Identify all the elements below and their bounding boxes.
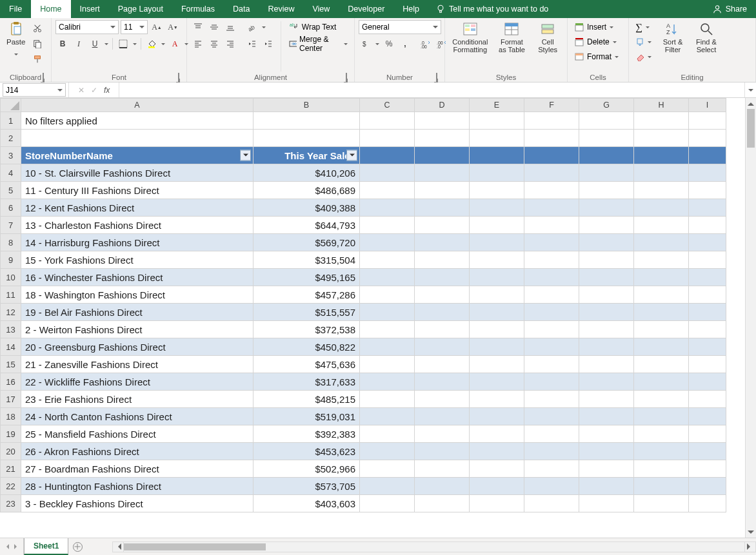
- cell-B20[interactable]: $453,623: [254, 443, 360, 460]
- ribbon-tab-page-layout[interactable]: Page Layout: [109, 0, 172, 18]
- new-sheet-button[interactable]: [68, 538, 86, 555]
- scroll-thumb[interactable]: [747, 109, 755, 148]
- increase-indent-button[interactable]: [261, 37, 275, 51]
- enter-formula-button[interactable]: ✓: [91, 86, 97, 95]
- cell-E7[interactable]: [470, 217, 524, 234]
- cell-C5[interactable]: [360, 182, 415, 199]
- border-dropdown[interactable]: [132, 37, 137, 51]
- cell-D11[interactable]: [415, 286, 470, 304]
- ribbon-tab-review[interactable]: Review: [259, 0, 303, 18]
- cell-H19[interactable]: [634, 425, 689, 443]
- cell-E17[interactable]: [470, 391, 524, 408]
- cell-G13[interactable]: [579, 321, 634, 338]
- fill-dropdown[interactable]: [161, 37, 166, 51]
- cell-D6[interactable]: [415, 199, 470, 217]
- scroll-right-arrow[interactable]: [744, 542, 755, 552]
- cell-A17[interactable]: 23 - Erie Fashions Direct: [21, 391, 254, 408]
- cell-B6[interactable]: $409,388: [254, 199, 360, 217]
- cell-B23[interactable]: $403,603: [254, 495, 360, 512]
- cell-C22[interactable]: [360, 478, 415, 495]
- cell-E14[interactable]: [470, 338, 524, 356]
- cell-G11[interactable]: [579, 286, 634, 304]
- comma-button[interactable]: ,: [398, 37, 412, 51]
- cell-D20[interactable]: [415, 443, 470, 460]
- align-right-button[interactable]: [223, 37, 237, 51]
- insert-dd[interactable]: [609, 20, 614, 34]
- clipboard-launcher[interactable]: [39, 73, 47, 81]
- cell-G10[interactable]: [579, 269, 634, 286]
- cell-C7[interactable]: [360, 217, 415, 234]
- wrap-text-button[interactable]: abWrap Text: [286, 20, 350, 34]
- scroll-up-arrow[interactable]: [746, 98, 756, 109]
- cell-F23[interactable]: [524, 495, 579, 512]
- cell-D2[interactable]: [415, 130, 470, 147]
- ribbon-tab-home[interactable]: Home: [31, 0, 70, 18]
- cell-B8[interactable]: $569,720: [254, 234, 360, 251]
- tell-me[interactable]: Tell me what you want to do: [428, 0, 556, 18]
- cell-E16[interactable]: [470, 373, 524, 391]
- cell-C16[interactable]: [360, 373, 415, 391]
- cell-B18[interactable]: $519,031: [254, 408, 360, 425]
- col-header-B[interactable]: B: [254, 99, 360, 112]
- cell-B13[interactable]: $372,538: [254, 321, 360, 338]
- cell-I1[interactable]: [689, 112, 726, 130]
- fill-button[interactable]: [633, 35, 655, 49]
- cell-H14[interactable]: [634, 338, 689, 356]
- cell-C3[interactable]: [360, 147, 415, 164]
- ribbon-tab-help[interactable]: Help: [393, 0, 428, 18]
- cell-E18[interactable]: [470, 408, 524, 425]
- cell-I20[interactable]: [689, 443, 726, 460]
- cell-H22[interactable]: [634, 478, 689, 495]
- cell-H11[interactable]: [634, 286, 689, 304]
- row-header-1[interactable]: 1: [1, 112, 21, 130]
- cell-A23[interactable]: 3 - Beckley Fashions Direct: [21, 495, 254, 512]
- cell-C13[interactable]: [360, 321, 415, 338]
- cell-G12[interactable]: [579, 304, 634, 321]
- row-header-13[interactable]: 13: [1, 321, 21, 338]
- cell-H9[interactable]: [634, 251, 689, 269]
- merge-dd[interactable]: [344, 37, 348, 51]
- row-header-15[interactable]: 15: [1, 356, 21, 373]
- paste-button[interactable]: Paste: [4, 20, 28, 63]
- ribbon-tab-developer[interactable]: Developer: [339, 0, 393, 18]
- cell-E9[interactable]: [470, 251, 524, 269]
- cell-B14[interactable]: $450,822: [254, 338, 360, 356]
- cell-E1[interactable]: [470, 112, 524, 130]
- cell-E10[interactable]: [470, 269, 524, 286]
- row-header-9[interactable]: 9: [1, 251, 21, 269]
- merge-center-button[interactable]: Merge & Center: [286, 37, 350, 51]
- cell-F1[interactable]: [524, 112, 579, 130]
- cell-I5[interactable]: [689, 182, 726, 199]
- cell-I18[interactable]: [689, 408, 726, 425]
- cell-I6[interactable]: [689, 199, 726, 217]
- cell-I13[interactable]: [689, 321, 726, 338]
- cell-G2[interactable]: [579, 130, 634, 147]
- scroll-down-arrow[interactable]: [746, 527, 756, 538]
- row-header-5[interactable]: 5: [1, 182, 21, 199]
- cell-G19[interactable]: [579, 425, 634, 443]
- cell-H23[interactable]: [634, 495, 689, 512]
- cell-B21[interactable]: $502,966: [254, 460, 360, 478]
- cell-C11[interactable]: [360, 286, 415, 304]
- cell-B2[interactable]: [254, 130, 360, 147]
- share-button[interactable]: Share: [704, 0, 756, 18]
- cell-D16[interactable]: [415, 373, 470, 391]
- cell-I2[interactable]: [689, 130, 726, 147]
- cell-B5[interactable]: $486,689: [254, 182, 360, 199]
- increase-font-button[interactable]: A▲: [150, 20, 164, 34]
- ribbon-tab-data[interactable]: Data: [224, 0, 259, 18]
- cell-I19[interactable]: [689, 425, 726, 443]
- border-button[interactable]: [116, 37, 130, 51]
- cell-H10[interactable]: [634, 269, 689, 286]
- cell-D8[interactable]: [415, 234, 470, 251]
- cell-H21[interactable]: [634, 460, 689, 478]
- horizontal-scrollbar[interactable]: [112, 541, 756, 552]
- cell-A4[interactable]: 10 - St. Clairsville Fashions Direct: [21, 164, 254, 182]
- filter-button[interactable]: [240, 150, 251, 161]
- font-name-select[interactable]: Calibri: [55, 20, 119, 34]
- col-header-H[interactable]: H: [634, 99, 689, 112]
- cell-G23[interactable]: [579, 495, 634, 512]
- cell-D1[interactable]: [415, 112, 470, 130]
- cell-A13[interactable]: 2 - Weirton Fashions Direct: [21, 321, 254, 338]
- cell-G22[interactable]: [579, 478, 634, 495]
